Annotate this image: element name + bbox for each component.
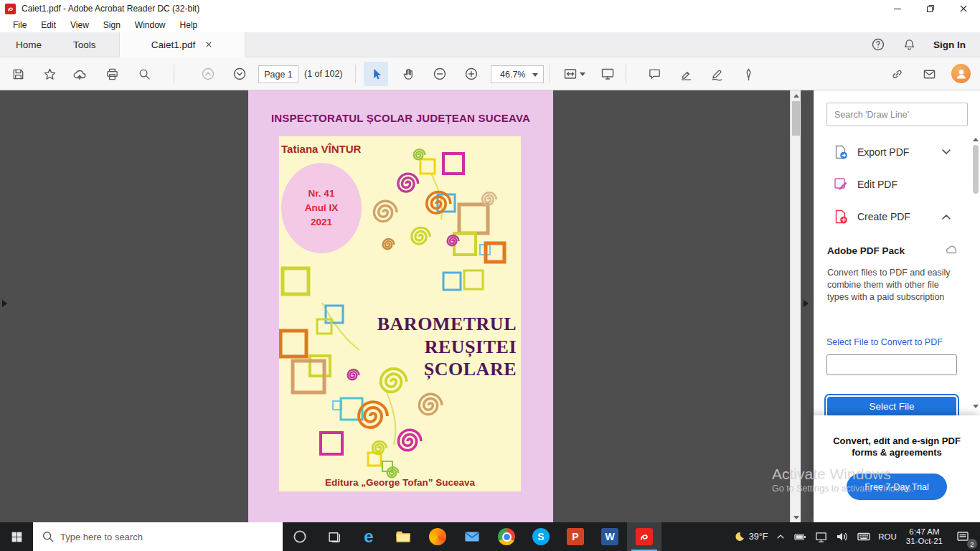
- weather-widget[interactable]: 39°F: [730, 522, 772, 551]
- skype-button[interactable]: S: [524, 522, 558, 551]
- task-view-icon: [327, 529, 342, 545]
- tab-bar-right: Sign In: [871, 37, 980, 52]
- chrome-button[interactable]: [489, 522, 524, 551]
- display-mode-button[interactable]: [595, 62, 620, 86]
- main-toolbar: Page 1 (1 of 102) 46.7%: [0, 57, 980, 90]
- cover-author: Tatiana VÎNTUR: [281, 143, 361, 155]
- fit-width-button[interactable]: [558, 62, 590, 86]
- free-trial-button[interactable]: Free 7-Day Trial: [847, 474, 947, 500]
- tools-pane-toggle[interactable]: [804, 300, 809, 307]
- zoom-in-button[interactable]: [459, 62, 484, 86]
- promo-panel: Convert, edit and e-sign PDF forms & agr…: [814, 415, 980, 522]
- tab-home[interactable]: Home: [0, 32, 57, 57]
- sidebar-scroll-up[interactable]: [971, 135, 980, 143]
- tab-document[interactable]: Caiet1.pdf: [119, 32, 245, 57]
- minimize-button[interactable]: [881, 0, 914, 17]
- save-button[interactable]: [6, 62, 30, 86]
- internet-explorer-button[interactable]: e: [352, 522, 386, 551]
- menu-view[interactable]: View: [63, 20, 96, 30]
- cortana-button[interactable]: [283, 522, 317, 551]
- convert-to-pdf-link[interactable]: Select File to Convert to PDF: [826, 337, 943, 347]
- menu-sign[interactable]: Sign: [96, 20, 128, 30]
- zoom-level-dropdown[interactable]: 46.7%: [491, 65, 544, 83]
- tab-tools[interactable]: Tools: [57, 32, 112, 57]
- action-center-button[interactable]: 2: [948, 522, 977, 551]
- chevron-down-icon[interactable]: [942, 149, 951, 155]
- zoom-out-button[interactable]: [428, 62, 452, 86]
- taskbar-search[interactable]: [33, 522, 283, 551]
- sidebar-item-edit-pdf[interactable]: Edit PDF: [814, 169, 971, 200]
- menu-edit[interactable]: Edit: [34, 20, 63, 30]
- badge-number: Nr. 41: [308, 187, 335, 201]
- fill-sign-icon: [742, 67, 755, 81]
- share-link-icon: [890, 67, 904, 81]
- page-number-input[interactable]: Page 1: [258, 65, 298, 83]
- page-up-icon: [201, 67, 215, 81]
- touch-keyboard-button[interactable]: [853, 522, 875, 551]
- fit-width-icon: [563, 67, 578, 81]
- powerpoint-button[interactable]: P: [558, 522, 593, 551]
- adobe-pdf-pack-description: Convert files to PDF and easily combine …: [827, 267, 958, 303]
- menu-window[interactable]: Window: [128, 20, 173, 30]
- file-explorer-button[interactable]: [386, 522, 420, 551]
- cloud-upload-button[interactable]: [67, 62, 92, 86]
- sidebar-item-create-pdf[interactable]: Create PDF: [814, 201, 971, 232]
- nav-pane-toggle[interactable]: [2, 300, 7, 307]
- taskbar-search-input[interactable]: [33, 522, 283, 551]
- close-button[interactable]: [947, 0, 980, 17]
- sign-in-button[interactable]: Sign In: [933, 39, 966, 50]
- highlight-button[interactable]: [674, 62, 698, 86]
- hand-tool-icon: [402, 67, 415, 81]
- mail-button[interactable]: [455, 522, 489, 551]
- menu-help[interactable]: Help: [173, 20, 205, 30]
- language-indicator[interactable]: ROU: [875, 522, 900, 551]
- sidebar-scrollbar-thumb[interactable]: [973, 145, 979, 194]
- draw-sign-icon: [710, 67, 724, 81]
- hand-tool-button[interactable]: [396, 62, 420, 86]
- bell-icon[interactable]: [903, 38, 916, 52]
- tab-close-icon[interactable]: [205, 41, 212, 48]
- zoom-out-icon: [433, 67, 447, 81]
- sidebar-scrollbar[interactable]: [971, 135, 980, 410]
- word-button[interactable]: W: [593, 522, 627, 551]
- network-indicator[interactable]: [811, 522, 831, 551]
- taskbar-clock[interactable]: 6:47 AM 31-Oct-21: [900, 527, 948, 547]
- task-view-button[interactable]: [317, 522, 352, 551]
- powerpoint-icon: P: [567, 528, 584, 545]
- tray-chevron-icon: [775, 531, 786, 542]
- next-page-button[interactable]: [227, 62, 252, 86]
- find-button[interactable]: [132, 62, 156, 86]
- previous-page-button[interactable]: [196, 62, 220, 86]
- menu-file[interactable]: File: [6, 20, 34, 30]
- email-button[interactable]: [917, 62, 941, 86]
- print-button[interactable]: [100, 62, 124, 86]
- firefox-button[interactable]: [420, 522, 455, 551]
- scroll-down-button[interactable]: [791, 512, 801, 522]
- window-title: Caiet1.pdf - Adobe Acrobat Reader DC (32…: [22, 4, 199, 14]
- draw-sign-button[interactable]: [705, 62, 729, 86]
- acrobat-button[interactable]: [627, 522, 661, 551]
- favorite-button[interactable]: [37, 62, 62, 86]
- share-link-button[interactable]: [885, 62, 909, 86]
- avatar-icon[interactable]: [951, 64, 971, 83]
- promo-heading: Convert, edit and e-sign PDF forms & agr…: [825, 435, 969, 458]
- select-tool-button[interactable]: [364, 62, 388, 86]
- start-button[interactable]: [0, 522, 33, 551]
- tools-search-input[interactable]: [826, 103, 968, 126]
- battery-indicator[interactable]: [790, 522, 811, 551]
- chevron-up-icon[interactable]: [942, 214, 951, 220]
- scroll-up-button[interactable]: [791, 90, 801, 100]
- comment-button[interactable]: [642, 62, 666, 86]
- sidebar-scroll-down[interactable]: [971, 402, 980, 410]
- network-icon: [814, 530, 828, 544]
- tray-overflow-button[interactable]: [771, 522, 790, 551]
- fill-sign-button[interactable]: [736, 62, 760, 86]
- document-scrollbar[interactable]: [790, 90, 801, 522]
- ie-icon: e: [364, 528, 373, 545]
- help-icon[interactable]: [871, 37, 885, 52]
- volume-indicator[interactable]: [831, 522, 853, 551]
- restore-button[interactable]: [914, 0, 947, 17]
- scrollbar-thumb[interactable]: [792, 101, 800, 136]
- convert-file-input[interactable]: [826, 354, 957, 375]
- sidebar-item-export-pdf[interactable]: Export PDF: [814, 136, 971, 168]
